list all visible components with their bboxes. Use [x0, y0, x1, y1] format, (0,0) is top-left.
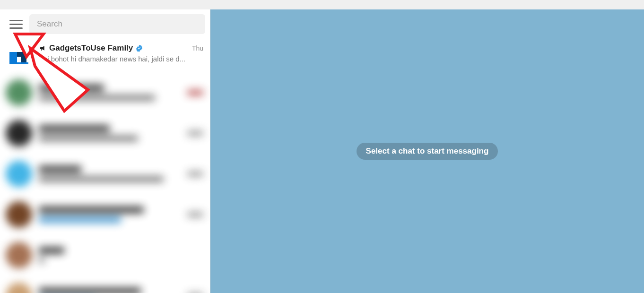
empty-state-text: Select a chat to start messaging [366, 146, 489, 155]
chat-item[interactable]: GadgetsToUse Family Thu Aaj bohot hi dha… [0, 39, 210, 75]
menu-button[interactable] [9, 17, 23, 31]
sidebar: GadgetsToUse Family Thu Aaj bohot hi dha… [0, 9, 210, 293]
search-input[interactable] [37, 19, 198, 29]
blurred-chat-rows [0, 75, 210, 293]
main-area: Select a chat to start messaging [210, 9, 644, 293]
chat-list: GadgetsToUse Family Thu Aaj bohot hi dha… [0, 39, 210, 293]
chat-title-row: GadgetsToUse Family Thu [39, 43, 203, 53]
megaphone-icon [39, 44, 47, 52]
chat-body: GadgetsToUse Family Thu Aaj bohot hi dha… [39, 43, 203, 63]
search-box[interactable] [29, 14, 205, 34]
verified-icon [135, 44, 143, 52]
svg-rect-1 [9, 62, 28, 64]
chat-title: GadgetsToUse Family [49, 43, 133, 53]
chat-preview: Aaj bohot hi dhamakedar news hai, jaldi … [39, 55, 203, 63]
sidebar-header [0, 9, 210, 39]
avatar [6, 43, 32, 70]
empty-state-pill: Select a chat to start messaging [357, 143, 498, 160]
browser-top-strip [0, 0, 644, 9]
chat-time: Thu [192, 44, 203, 52]
app-container: GadgetsToUse Family Thu Aaj bohot hi dha… [0, 9, 644, 293]
